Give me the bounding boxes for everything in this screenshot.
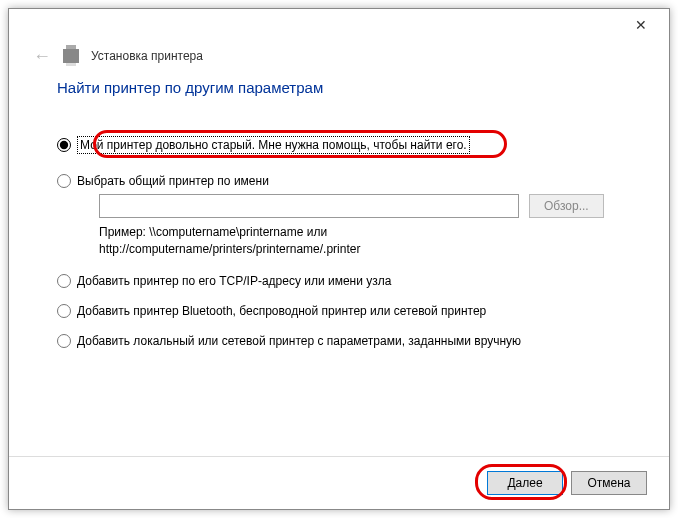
footer: Далее Отмена — [9, 456, 669, 509]
example-text: Пример: \\computername\printername или h… — [99, 224, 621, 258]
wizard-window: ✕ ← Установка принтера Найти принтер по … — [8, 8, 670, 510]
option-bluetooth-label: Добавить принтер Bluetooth, беспроводной… — [77, 304, 486, 318]
option-tcpip[interactable]: Добавить принтер по его TCP/IP-адресу ил… — [57, 274, 621, 288]
shared-name-input-row: Обзор... — [99, 194, 621, 218]
titlebar: ✕ — [9, 9, 669, 41]
close-icon[interactable]: ✕ — [625, 9, 657, 41]
radio-tcpip[interactable] — [57, 274, 71, 288]
wizard-header: ← Установка принтера — [9, 41, 669, 79]
example-line-1: Пример: \\computername\printername или — [99, 224, 621, 241]
cancel-button[interactable]: Отмена — [571, 471, 647, 495]
option-shared-label: Выбрать общий принтер по имени — [77, 174, 269, 188]
option-local[interactable]: Добавить локальный или сетевой принтер с… — [57, 334, 621, 348]
back-arrow-icon: ← — [33, 47, 51, 65]
option-tcpip-label: Добавить принтер по его TCP/IP-адресу ил… — [77, 274, 391, 288]
option-bluetooth[interactable]: Добавить принтер Bluetooth, беспроводной… — [57, 304, 621, 318]
content-area: Найти принтер по другим параметрам Мой п… — [9, 79, 669, 456]
option-shared-by-name[interactable]: Выбрать общий принтер по имени — [57, 174, 621, 188]
page-heading: Найти принтер по другим параметрам — [57, 79, 621, 96]
browse-button: Обзор... — [529, 194, 604, 218]
radio-old-printer[interactable] — [57, 138, 71, 152]
example-line-2: http://computername/printers/printername… — [99, 241, 621, 258]
radio-shared-by-name[interactable] — [57, 174, 71, 188]
wizard-title: Установка принтера — [91, 49, 203, 63]
option-old-printer-label: Мой принтер довольно старый. Мне нужна п… — [77, 136, 470, 154]
radio-local[interactable] — [57, 334, 71, 348]
next-button[interactable]: Далее — [487, 471, 563, 495]
printer-name-input[interactable] — [99, 194, 519, 218]
option-old-printer[interactable]: Мой принтер довольно старый. Мне нужна п… — [57, 136, 621, 154]
option-local-label: Добавить локальный или сетевой принтер с… — [77, 334, 521, 348]
printer-icon — [63, 49, 79, 63]
radio-bluetooth[interactable] — [57, 304, 71, 318]
